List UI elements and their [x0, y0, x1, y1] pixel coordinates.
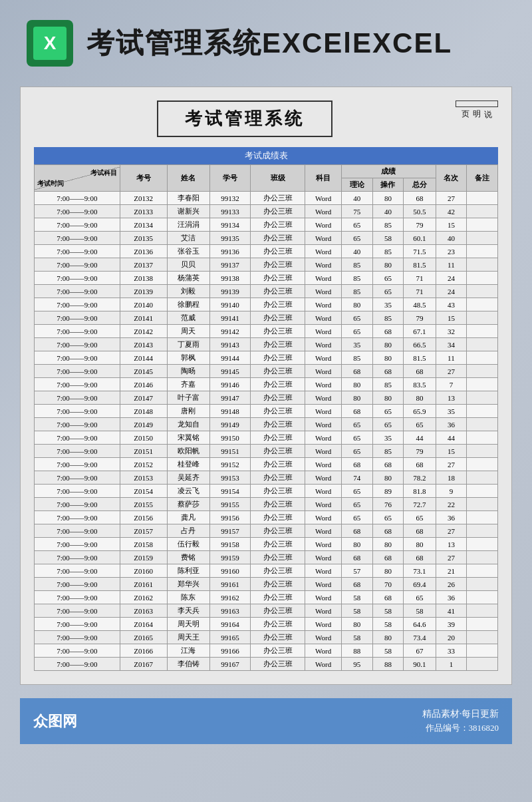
- cell-exam-no: Z0132: [120, 192, 167, 205]
- cell-exam-no: Z0150: [120, 431, 167, 445]
- cell-operation: 80: [372, 631, 404, 644]
- cell-class: 办公三班: [251, 445, 305, 458]
- table-row: 7:00——9:00 Z0160 陈利亚 99160 办公三班 Word 57 …: [35, 564, 498, 578]
- cell-class: 办公三班: [251, 338, 305, 351]
- cell-student-no: 99143: [209, 338, 250, 351]
- cell-rank: 22: [436, 498, 467, 511]
- cell-total: 73.4: [404, 631, 436, 644]
- cell-time: 7:00——9:00: [35, 458, 120, 471]
- cell-rank: 11: [436, 351, 467, 365]
- cell-time: 7:00——9:00: [35, 391, 120, 405]
- cell-operation: 68: [372, 591, 404, 604]
- table-row: 7:00——9:00 Z0135 艾洁 99135 办公三班 Word 65 5…: [35, 232, 498, 245]
- cell-total: 78.2: [404, 471, 436, 485]
- diag-top-label: 考试科目: [37, 168, 117, 178]
- cell-rank: 15: [436, 445, 467, 458]
- cell-remark: [467, 378, 498, 391]
- cell-rank: 42: [436, 205, 467, 218]
- cell-student-no: 99141: [209, 311, 250, 325]
- cell-rank: 35: [436, 405, 467, 418]
- cell-theory: 58: [341, 631, 372, 644]
- cell-rank: 23: [436, 245, 467, 258]
- cell-operation: 80: [372, 192, 404, 205]
- cell-operation: 65: [372, 272, 404, 285]
- cell-operation: 58: [372, 618, 404, 631]
- cell-theory: 40: [341, 192, 372, 205]
- table-row: 7:00——9:00 Z0141 范威 99141 办公三班 Word 65 8…: [35, 311, 498, 325]
- cell-operation: 65: [372, 405, 404, 418]
- cell-class: 办公三班: [251, 285, 305, 298]
- cell-time: 7:00——9:00: [35, 405, 120, 418]
- table-row: 7:00——9:00 Z0159 费铭 99159 办公三班 Word 68 6…: [35, 551, 498, 564]
- cell-name: 范威: [167, 311, 209, 325]
- cell-operation: 76: [372, 498, 404, 511]
- table-row: 7:00——9:00 Z0133 谢新兴 99133 办公三班 Word 75 …: [35, 205, 498, 218]
- cell-exam-no: Z0144: [120, 351, 167, 365]
- cell-remark: [467, 538, 498, 551]
- cell-name: 郑华兴: [167, 578, 209, 591]
- cell-student-no: 99148: [209, 405, 250, 418]
- cell-exam-no: Z0167: [120, 658, 167, 671]
- cell-rank: 13: [436, 538, 467, 551]
- cell-student-no: 99162: [209, 591, 250, 604]
- cell-operation: 68: [372, 365, 404, 378]
- cell-name: 谢新兴: [167, 205, 209, 218]
- cell-remark: [467, 298, 498, 311]
- cell-rank: 1: [436, 658, 467, 671]
- cell-student-no: 99154: [209, 485, 250, 498]
- cell-theory: 40: [341, 245, 372, 258]
- cell-class: 办公三班: [251, 524, 305, 538]
- cell-rank: 21: [436, 564, 467, 578]
- cell-remark: [467, 564, 498, 578]
- cell-remark: [467, 485, 498, 498]
- cell-student-no: 99134: [209, 218, 250, 232]
- cell-name: 龙知自: [167, 418, 209, 431]
- cell-class: 办公三班: [251, 564, 305, 578]
- cell-name: 李伯铸: [167, 658, 209, 671]
- watermark-slogan: 精品素材·每日更新: [422, 708, 499, 720]
- cell-total: 65.9: [404, 405, 436, 418]
- cell-time: 7:00——9:00: [35, 578, 120, 591]
- cell-total: 81.5: [404, 258, 436, 272]
- cell-operation: 70: [372, 578, 404, 591]
- cell-class: 办公三班: [251, 511, 305, 524]
- cell-operation: 68: [372, 551, 404, 564]
- cell-theory: 65: [341, 418, 372, 431]
- cell-class: 办公三班: [251, 325, 305, 338]
- cell-student-no: 99145: [209, 365, 250, 378]
- table-row: 7:00——9:00 Z0161 郑华兴 99161 办公三班 Word 68 …: [35, 578, 498, 591]
- table-row: 7:00——9:00 Z0137 贝贝 99137 办公三班 Word 85 8…: [35, 258, 498, 272]
- header-total: 总分: [404, 178, 436, 192]
- cell-remark: [467, 658, 498, 671]
- cell-total: 80: [404, 391, 436, 405]
- cell-name: 凌云飞: [167, 485, 209, 498]
- cell-operation: 65: [372, 511, 404, 524]
- cell-remark: [467, 431, 498, 445]
- cell-name: 欧阳帆: [167, 445, 209, 458]
- cell-exam-no: Z0135: [120, 232, 167, 245]
- cell-theory: 85: [341, 285, 372, 298]
- cell-theory: 35: [341, 338, 372, 351]
- cell-theory: 58: [341, 591, 372, 604]
- excel-icon-inner: X: [33, 27, 66, 60]
- cell-theory: 88: [341, 644, 372, 658]
- cell-class: 办公三班: [251, 471, 305, 485]
- cell-name: 贝贝: [167, 258, 209, 272]
- header-rank: 名次: [436, 165, 467, 192]
- cell-theory: 57: [341, 564, 372, 578]
- cell-name: 周天明: [167, 618, 209, 631]
- cell-student-no: 99149: [209, 418, 250, 431]
- cell-rank: 27: [436, 458, 467, 471]
- cell-exam-no: Z0147: [120, 391, 167, 405]
- watermark-work-no: 作品编号：3816820: [422, 722, 499, 734]
- cell-student-no: 99139: [209, 285, 250, 298]
- cell-student-no: 99144: [209, 351, 250, 365]
- cell-remark: [467, 418, 498, 431]
- cell-exam-no: Z0158: [120, 538, 167, 551]
- side-label: 说明页: [456, 100, 498, 107]
- cell-subject: Word: [305, 445, 342, 458]
- cell-remark: [467, 458, 498, 471]
- cell-exam-no: Z0151: [120, 445, 167, 458]
- cell-total: 67.1: [404, 325, 436, 338]
- cell-exam-no: Z0133: [120, 205, 167, 218]
